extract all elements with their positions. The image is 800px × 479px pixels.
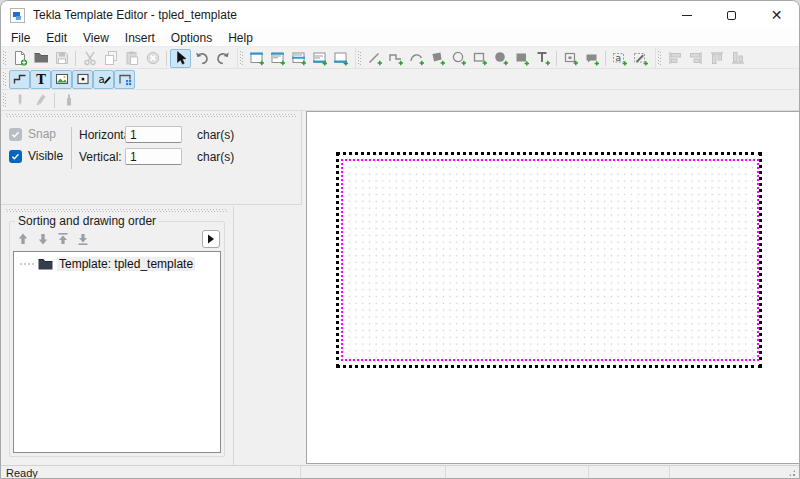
toolbar-gripper[interactable] bbox=[240, 51, 243, 66]
sorting-toolbar bbox=[13, 229, 221, 249]
redo-button[interactable] bbox=[212, 49, 233, 68]
toolbar-separator bbox=[75, 51, 76, 66]
show-pictures-toggle[interactable] bbox=[51, 70, 72, 89]
add-polyline-button[interactable] bbox=[385, 49, 406, 68]
menu-help[interactable]: Help bbox=[220, 30, 261, 46]
panel-divider bbox=[71, 127, 72, 169]
add-row-button[interactable] bbox=[288, 49, 309, 68]
sorting-groupbox: Sorting and drawing order bbox=[9, 214, 225, 457]
show-texts-toggle[interactable]: T bbox=[30, 70, 51, 89]
title-bar: Tekla Template Editor - tpled_template ✕ bbox=[1, 1, 799, 29]
show-drawings-toggle[interactable] bbox=[114, 70, 135, 89]
delete-button[interactable] bbox=[142, 49, 163, 68]
new-file-icon bbox=[12, 50, 28, 66]
menu-insert[interactable]: Insert bbox=[117, 30, 163, 46]
align-bottom-icon bbox=[730, 50, 746, 66]
template-canvas[interactable] bbox=[306, 111, 800, 464]
add-polyline-icon bbox=[388, 50, 404, 66]
copy-button[interactable] bbox=[100, 49, 121, 68]
add-value-field-button[interactable]: a bbox=[609, 49, 630, 68]
undo-button[interactable] bbox=[191, 49, 212, 68]
add-picture-button[interactable] bbox=[560, 49, 581, 68]
filled-pen-icon bbox=[61, 92, 77, 108]
add-filled-rectangle-button[interactable] bbox=[511, 49, 532, 68]
add-header-button[interactable] bbox=[246, 49, 267, 68]
toolbar-gripper[interactable] bbox=[658, 51, 661, 66]
align-bottom-button[interactable] bbox=[727, 49, 748, 68]
resize-grip[interactable] bbox=[787, 468, 797, 478]
save-button[interactable] bbox=[51, 49, 72, 68]
show-lines-toggle[interactable] bbox=[9, 70, 30, 89]
menu-file[interactable]: File bbox=[3, 30, 38, 46]
move-up-button[interactable] bbox=[14, 230, 32, 248]
add-rectangle-button[interactable] bbox=[469, 49, 490, 68]
paste-button[interactable] bbox=[121, 49, 142, 68]
svg-text:a: a bbox=[98, 74, 104, 85]
add-value-field-icon: a bbox=[612, 50, 628, 66]
filled-pen-button[interactable] bbox=[58, 91, 79, 110]
add-page-footer-button[interactable] bbox=[309, 49, 330, 68]
show-value-fields-toggle[interactable]: a bbox=[93, 70, 114, 89]
menu-edit[interactable]: Edit bbox=[38, 30, 75, 46]
vertical-input[interactable] bbox=[125, 148, 182, 165]
window-title: Tekla Template Editor - tpled_template bbox=[33, 8, 237, 22]
copy-icon bbox=[103, 50, 119, 66]
tree-item-template[interactable]: Template: tpled_template bbox=[14, 252, 220, 273]
template-row-boundary[interactable] bbox=[341, 159, 759, 361]
maximize-button[interactable] bbox=[709, 1, 754, 29]
toolbar-gripper[interactable] bbox=[3, 72, 6, 87]
close-button[interactable]: ✕ bbox=[754, 1, 799, 29]
sorting-panel: Sorting and drawing order bbox=[1, 206, 234, 465]
select-tool-button[interactable] bbox=[170, 49, 191, 68]
add-arc-button[interactable] bbox=[406, 49, 427, 68]
open-folder-icon bbox=[33, 50, 49, 66]
add-line-button[interactable] bbox=[364, 49, 385, 68]
add-picture-icon bbox=[563, 50, 579, 66]
align-left-button[interactable] bbox=[664, 49, 685, 68]
minimize-button[interactable] bbox=[664, 1, 709, 29]
add-filled-circle-button[interactable] bbox=[490, 49, 511, 68]
align-right-button[interactable] bbox=[685, 49, 706, 68]
toolbar-gripper[interactable] bbox=[3, 51, 6, 66]
move-to-bottom-button[interactable] bbox=[74, 230, 92, 248]
add-page-header-button[interactable] bbox=[267, 49, 288, 68]
expand-button[interactable] bbox=[202, 230, 220, 248]
snap-checkbox[interactable] bbox=[9, 128, 22, 141]
align-top-button[interactable] bbox=[706, 49, 727, 68]
app-icon bbox=[10, 8, 25, 23]
add-symbol-button[interactable] bbox=[581, 49, 602, 68]
toolbar-gripper[interactable] bbox=[3, 93, 6, 108]
menu-options[interactable]: Options bbox=[163, 30, 220, 46]
show-boxes-toggle[interactable] bbox=[72, 70, 93, 89]
add-circle-button[interactable] bbox=[448, 49, 469, 68]
move-down-icon bbox=[35, 231, 51, 247]
add-graphical-field-button[interactable] bbox=[630, 49, 651, 68]
open-button[interactable] bbox=[30, 49, 51, 68]
add-polygon-button[interactable] bbox=[427, 49, 448, 68]
toolbar-gripper[interactable] bbox=[358, 51, 361, 66]
add-text-button[interactable] bbox=[532, 49, 553, 68]
new-file-button[interactable] bbox=[9, 49, 30, 68]
save-icon bbox=[54, 50, 70, 66]
toolbar-main: a bbox=[1, 48, 799, 69]
add-page-footer-icon bbox=[312, 50, 328, 66]
add-rectangle-icon bbox=[472, 50, 488, 66]
horizontal-input[interactable] bbox=[125, 126, 182, 143]
menu-view[interactable]: View bbox=[75, 30, 117, 46]
svg-text:a: a bbox=[615, 53, 621, 63]
align-left-icon bbox=[667, 50, 683, 66]
move-down-button[interactable] bbox=[34, 230, 52, 248]
visible-checkbox[interactable] bbox=[9, 150, 22, 163]
panel-gripper[interactable] bbox=[6, 114, 296, 117]
show-texts-toggle-icon: T bbox=[33, 71, 49, 87]
panel-gripper[interactable] bbox=[6, 209, 228, 212]
show-drawings-toggle-icon bbox=[117, 71, 133, 87]
visible-checkbox-row: Visible bbox=[9, 149, 63, 163]
add-footer-button[interactable] bbox=[330, 49, 351, 68]
pen-button[interactable] bbox=[9, 91, 30, 110]
add-graphical-field-icon bbox=[633, 50, 649, 66]
angled-pen-button[interactable] bbox=[30, 91, 51, 110]
cut-button[interactable] bbox=[79, 49, 100, 68]
sorting-tree[interactable]: Template: tpled_template bbox=[13, 251, 221, 453]
move-to-top-button[interactable] bbox=[54, 230, 72, 248]
